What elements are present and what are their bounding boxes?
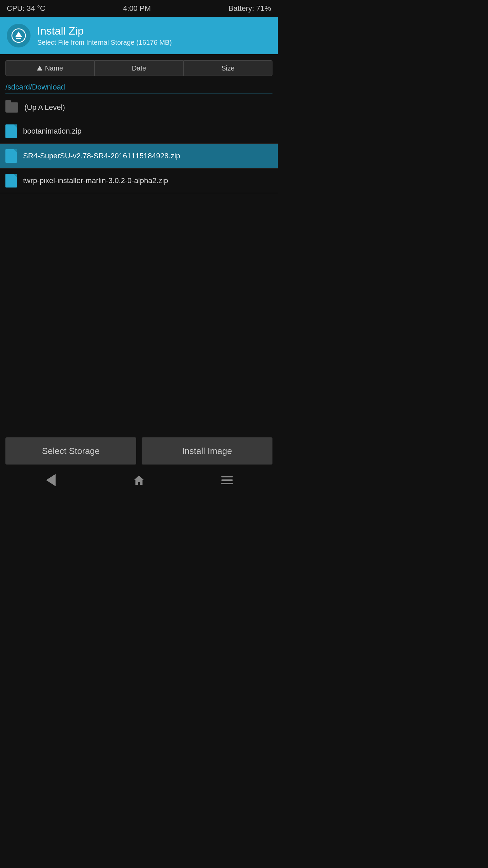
file-name: twrp-pixel-installer-marlin-3.0.2-0-alph…: [23, 176, 168, 185]
list-item[interactable]: (Up A Level): [0, 96, 278, 119]
zip-icon: [5, 174, 17, 188]
sort-date-button[interactable]: Date: [95, 60, 184, 76]
path-text: /sdcard/Download: [5, 83, 272, 92]
sort-arrow-icon: [37, 66, 42, 71]
header: Install Zip Select File from Internal St…: [0, 17, 278, 54]
install-image-label: Install Image: [182, 446, 232, 456]
list-item[interactable]: bootanimation.zip: [0, 119, 278, 144]
file-name: bootanimation.zip: [23, 127, 81, 136]
time-status: 4:00 PM: [123, 4, 151, 13]
sort-date-label: Date: [132, 64, 146, 72]
sort-name-label: Name: [45, 64, 63, 72]
path-divider: [5, 94, 272, 94]
nav-back-button[interactable]: [41, 470, 61, 490]
nav-home-button[interactable]: [129, 470, 149, 490]
svg-rect-2: [16, 38, 21, 39]
install-image-button[interactable]: Install Image: [142, 437, 272, 465]
sort-name-button[interactable]: Name: [5, 60, 95, 76]
select-storage-button[interactable]: Select Storage: [5, 437, 136, 465]
folder-icon: [5, 102, 18, 113]
file-list: (Up A Level) bootanimation.zip SR4-Super…: [0, 96, 278, 193]
select-storage-label: Select Storage: [42, 446, 100, 456]
svg-marker-1: [15, 32, 22, 37]
zip-icon: [5, 124, 17, 138]
install-zip-icon: [11, 28, 26, 43]
list-item-selected[interactable]: SR4-SuperSU-v2.78-SR4-20161115184928.zip: [0, 144, 278, 169]
zip-icon: [5, 149, 17, 163]
nav-menu-button[interactable]: [217, 470, 237, 490]
home-icon: [134, 475, 144, 485]
menu-icon: [221, 476, 233, 484]
page-subtitle: Select File from Internal Storage (16176…: [37, 39, 172, 46]
back-icon: [46, 474, 56, 486]
cpu-status: CPU: 34 °C: [7, 4, 45, 13]
sort-size-label: Size: [221, 64, 235, 72]
bottom-buttons: Select Storage Install Image: [0, 437, 278, 465]
current-path: /sdcard/Download: [0, 80, 278, 96]
sort-size-button[interactable]: Size: [183, 60, 272, 76]
status-bar: CPU: 34 °C 4:00 PM Battery: 71%: [0, 0, 278, 17]
navigation-bar: [0, 465, 278, 495]
list-item[interactable]: twrp-pixel-installer-marlin-3.0.2-0-alph…: [0, 169, 278, 193]
file-name: SR4-SuperSU-v2.78-SR4-20161115184928.zip: [23, 152, 180, 160]
page-title: Install Zip: [37, 25, 172, 37]
file-name: (Up A Level): [24, 103, 65, 112]
header-text: Install Zip Select File from Internal St…: [37, 25, 172, 46]
sort-bar: Name Date Size: [0, 54, 278, 80]
app-icon: [7, 24, 30, 47]
battery-status: Battery: 71%: [228, 4, 271, 13]
